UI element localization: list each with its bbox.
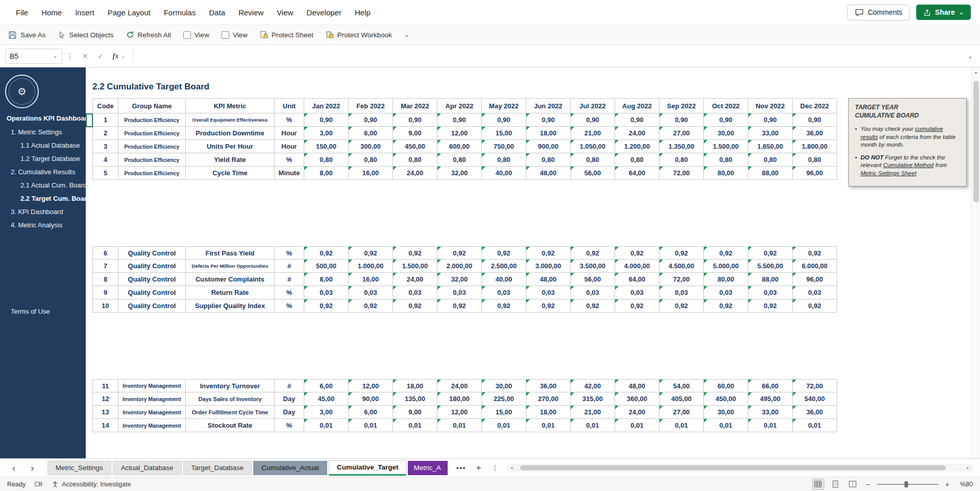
value-cell[interactable]: 0,92 <box>526 299 571 313</box>
value-cell[interactable]: 0,80 <box>748 153 793 167</box>
value-cell[interactable]: 18,00 <box>526 127 571 140</box>
value-cell[interactable]: 0,01 <box>793 419 837 432</box>
value-cell[interactable]: 450,00 <box>393 140 437 153</box>
value-cell[interactable]: 0,92 <box>659 299 704 313</box>
code-cell[interactable]: 4 <box>92 153 118 167</box>
value-cell[interactable]: 24,00 <box>393 167 437 180</box>
menu-item-file[interactable]: File <box>9 5 35 20</box>
value-cell[interactable]: 0,80 <box>482 153 526 167</box>
value-cell[interactable]: 56,00 <box>571 273 615 286</box>
value-cell[interactable]: 0,92 <box>704 299 748 313</box>
column-header[interactable]: May 2022 <box>482 98 526 113</box>
value-cell[interactable]: 48,00 <box>526 273 571 286</box>
value-cell[interactable]: 16,00 <box>349 273 393 286</box>
vertical-scroll-thumb[interactable] <box>973 81 979 202</box>
value-cell[interactable]: 270,00 <box>526 392 571 406</box>
value-cell[interactable]: 0,03 <box>704 286 748 299</box>
code-cell[interactable]: 2 <box>92 127 118 140</box>
group-name-cell[interactable]: Inventory Management <box>118 379 186 392</box>
value-cell[interactable]: 0,90 <box>793 113 837 127</box>
checkbox-icon[interactable] <box>222 31 229 39</box>
value-cell[interactable]: 0,92 <box>349 299 393 313</box>
value-cell[interactable]: 0,80 <box>793 153 837 167</box>
horizontal-scroll-thumb[interactable] <box>520 465 946 470</box>
value-cell[interactable]: 180,00 <box>437 392 482 406</box>
sidebar-item-1-1-actual-database[interactable]: 1.1 Actual Database <box>0 139 86 152</box>
kpi-metric-cell[interactable]: Customer Complaints <box>186 273 275 286</box>
code-cell[interactable]: 13 <box>92 406 118 419</box>
code-cell[interactable]: 10 <box>92 299 118 313</box>
menu-item-developer[interactable]: Developer <box>300 5 348 20</box>
value-cell[interactable]: 0,90 <box>482 113 526 127</box>
value-cell[interactable]: 0,01 <box>571 419 615 432</box>
code-cell[interactable]: 6 <box>92 246 118 260</box>
insert-function-button[interactable]: fx ⌄ <box>108 52 130 60</box>
tab-cumulative-target[interactable]: Cumulative_Target <box>329 460 407 476</box>
value-cell[interactable]: 0,01 <box>437 419 482 432</box>
kpi-metric-cell[interactable]: Cycle Time <box>186 167 275 180</box>
value-cell[interactable]: 32,00 <box>437 273 482 286</box>
value-cell[interactable]: 600,00 <box>437 140 482 153</box>
value-cell[interactable]: 66,00 <box>748 379 793 392</box>
save-as-button[interactable]: Save As <box>8 31 46 39</box>
value-cell[interactable]: 0,92 <box>615 299 659 313</box>
value-cell[interactable]: 90,00 <box>349 392 393 406</box>
value-cell[interactable]: 0,92 <box>659 246 704 260</box>
value-cell[interactable]: 32,00 <box>437 167 482 180</box>
value-cell[interactable]: 0,01 <box>304 419 349 432</box>
value-cell[interactable]: 9,00 <box>393 406 437 419</box>
zoom-level[interactable]: %80 <box>957 481 973 488</box>
kpi-metric-cell[interactable]: Units Per Hour <box>186 140 275 153</box>
value-cell[interactable]: 0,92 <box>793 246 837 260</box>
value-cell[interactable]: 0,92 <box>704 246 748 260</box>
column-header[interactable]: Aug 2022 <box>615 98 659 113</box>
value-cell[interactable]: 64,00 <box>615 273 659 286</box>
value-cell[interactable]: 1.350,00 <box>659 140 704 153</box>
tab-metric-a[interactable]: Metric_A <box>408 461 448 475</box>
value-cell[interactable]: 8,00 <box>304 273 349 286</box>
unit-cell[interactable]: % <box>275 286 304 299</box>
value-cell[interactable]: 0,92 <box>437 299 482 313</box>
value-cell[interactable]: 0,92 <box>349 246 393 260</box>
value-cell[interactable]: 12,00 <box>349 379 393 392</box>
value-cell[interactable]: 0,92 <box>571 299 615 313</box>
sidebar-item-1-metric-settings[interactable]: 1. Metric Settings <box>0 126 86 139</box>
value-cell[interactable]: 0,03 <box>349 286 393 299</box>
value-cell[interactable]: 88,00 <box>748 273 793 286</box>
menu-item-help[interactable]: Help <box>348 5 377 20</box>
group-name-cell[interactable]: Production Efficiency <box>118 153 186 167</box>
value-cell[interactable]: 5.500,00 <box>748 260 793 273</box>
cancel-icon[interactable]: ✕ <box>78 52 93 60</box>
tab-cumulative-actual[interactable]: Cumulative_Actual <box>253 461 327 475</box>
value-cell[interactable]: 2.000,00 <box>437 260 482 273</box>
column-header[interactable]: Group Name <box>118 98 186 113</box>
next-sheet-icon[interactable]: › <box>31 463 34 473</box>
value-cell[interactable]: 21,00 <box>571 127 615 140</box>
value-cell[interactable]: 0,92 <box>393 299 437 313</box>
expand-formula-bar-icon[interactable]: ⌄ <box>961 53 980 60</box>
value-cell[interactable]: 40,00 <box>482 273 526 286</box>
value-cell[interactable]: 0,01 <box>526 419 571 432</box>
value-cell[interactable]: 64,00 <box>615 167 659 180</box>
value-cell[interactable]: 3,00 <box>304 127 349 140</box>
share-button[interactable]: Share ⌄ <box>916 5 971 20</box>
value-cell[interactable]: 0,90 <box>748 113 793 127</box>
value-cell[interactable]: 900,00 <box>526 140 571 153</box>
value-cell[interactable]: 450,00 <box>704 392 748 406</box>
group-name-cell[interactable]: Inventory Management <box>118 392 186 406</box>
value-cell[interactable]: 0,80 <box>393 153 437 167</box>
value-cell[interactable]: 0,03 <box>571 286 615 299</box>
value-cell[interactable]: 1.500,00 <box>393 260 437 273</box>
terms-of-use-link[interactable]: Terms of Use <box>0 308 86 315</box>
value-cell[interactable]: 495,00 <box>748 392 793 406</box>
view-checkbox-1[interactable]: View <box>183 31 209 39</box>
zoom-slider-thumb[interactable] <box>904 481 908 487</box>
value-cell[interactable]: 0,92 <box>304 299 349 313</box>
value-cell[interactable]: 1.500,00 <box>704 140 748 153</box>
value-cell[interactable]: 0,03 <box>526 286 571 299</box>
column-header[interactable]: Oct 2022 <box>704 98 748 113</box>
sidebar-item-2-cumulative-results[interactable]: 2. Cumulative Results <box>0 166 86 179</box>
value-cell[interactable]: 6.000,00 <box>793 260 837 273</box>
value-cell[interactable]: 18,00 <box>526 406 571 419</box>
value-cell[interactable]: 0,01 <box>704 419 748 432</box>
